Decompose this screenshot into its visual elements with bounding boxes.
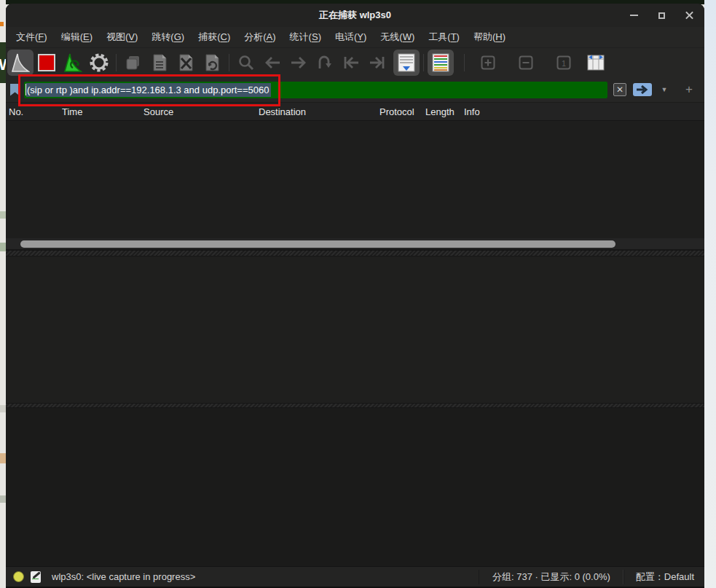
profile-value: Default (664, 571, 694, 582)
column-time[interactable]: Time (62, 106, 143, 117)
resize-columns-button[interactable] (583, 50, 609, 76)
menu-edit[interactable]: 编辑(E) (61, 31, 93, 44)
pane-splitter[interactable] (6, 250, 704, 256)
maximize-icon (658, 12, 665, 19)
horizontal-scrollbar (6, 238, 704, 250)
filter-value: (sip or rtp )and ip.addr==192.168.1.3 an… (26, 83, 271, 97)
search-icon (237, 54, 255, 71)
menu-go[interactable]: 跳转(G) (152, 31, 184, 44)
menu-help[interactable]: 帮助(H) (473, 31, 505, 44)
profile-selector[interactable]: 配置： Default (623, 570, 704, 584)
desktop-fragment (0, 453, 6, 463)
desktop-fragment (0, 22, 4, 26)
chevron-down-icon: ▼ (661, 86, 668, 93)
window-title: 正在捕获 wlp3s0 (6, 9, 704, 22)
desktop-fragment (0, 211, 6, 219)
maximize-button[interactable] (653, 7, 669, 23)
zoom-out-icon (519, 55, 533, 70)
packet-list-header: No. Time Source Destination Protocol Len… (6, 102, 704, 121)
profile-label: 配置： (636, 571, 664, 584)
zoom-in-button[interactable] (475, 50, 501, 76)
capture-comment-icon[interactable] (31, 571, 41, 583)
svg-text:1: 1 (562, 59, 566, 68)
main-toolbar: 1 (6, 48, 704, 77)
find-packet-button[interactable] (233, 50, 259, 76)
menu-view[interactable]: 视图(V) (106, 31, 138, 44)
packet-bytes-pane[interactable] (6, 408, 704, 566)
toolbar-separator (116, 54, 117, 71)
open-file-icon (125, 54, 142, 71)
zoom-in-icon (481, 55, 495, 70)
capture-options-button[interactable] (86, 50, 112, 76)
packet-list-pane[interactable] (6, 121, 704, 238)
display-filter-input[interactable]: (sip or rtp )and ip.addr==192.168.1.3 an… (24, 82, 607, 98)
wireshark-window: 正在捕获 wlp3s0 文件(F) 编辑(E) 视图(V) 跳转(G) 捕获(C… (6, 4, 704, 588)
restart-capture-button[interactable] (60, 50, 86, 76)
menu-file[interactable]: 文件(F) (16, 31, 47, 44)
screen: W 正在捕获 wlp3s0 文件(F) 编辑(E) 视图(V) 跳转(G) 捕获… (0, 0, 716, 588)
arrow-right-icon (290, 55, 307, 70)
plus-icon: + (685, 82, 693, 97)
go-to-packet-button[interactable] (312, 50, 338, 76)
filter-bookmark-icon[interactable] (10, 84, 20, 96)
menu-telephony[interactable]: 电话(Y) (335, 31, 366, 44)
stop-capture-button[interactable] (34, 50, 60, 76)
status-bar: wlp3s0: <live capture in progress> 分组: 7… (6, 566, 704, 587)
menu-statistics[interactable]: 统计(S) (290, 31, 321, 44)
close-file-button[interactable] (173, 50, 199, 76)
minimize-button[interactable] (626, 7, 642, 23)
column-destination[interactable]: Destination (259, 106, 379, 117)
desktop-fragment (0, 495, 6, 503)
start-capture-button[interactable] (7, 50, 34, 76)
menu-tools[interactable]: 工具(T) (428, 31, 460, 44)
menu-bar: 文件(F) 编辑(E) 视图(V) 跳转(G) 捕获(C) 分析(A) 统计(S… (6, 27, 704, 48)
add-filter-button[interactable]: + (682, 83, 696, 96)
expert-info-icon[interactable] (13, 571, 24, 582)
zoom-out-button[interactable] (513, 50, 539, 76)
column-length[interactable]: Length (425, 106, 464, 117)
zoom-original-button[interactable]: 1 (551, 50, 577, 76)
desktop-fragment: W (0, 55, 6, 74)
go-forward-button[interactable] (286, 50, 312, 76)
go-last-packet-button[interactable] (364, 50, 390, 76)
column-protocol[interactable]: Protocol (379, 106, 425, 117)
resize-columns-icon (586, 54, 605, 71)
go-first-packet-button[interactable] (338, 50, 364, 76)
menu-wireless[interactable]: 无线(W) (380, 31, 414, 44)
arrow-left-icon (264, 55, 281, 70)
u-turn-arrow-icon (317, 55, 333, 71)
colorize-toggle[interactable] (428, 50, 454, 76)
clear-filter-button[interactable]: ✕ (613, 83, 626, 96)
apply-filter-button[interactable] (633, 83, 652, 96)
status-left-section: wlp3s0: <live capture in progress> (6, 571, 479, 583)
auto-scroll-icon (397, 52, 416, 73)
zoom-100-icon: 1 (556, 55, 571, 70)
menu-analyze[interactable]: 分析(A) (244, 31, 275, 44)
desktop-background-right (704, 0, 716, 588)
column-source[interactable]: Source (143, 106, 259, 117)
filter-dropdown-button[interactable]: ▼ (659, 83, 669, 96)
toolbar-separator (464, 54, 465, 71)
open-file-button[interactable] (120, 50, 146, 76)
title-bar[interactable]: 正在捕获 wlp3s0 (6, 4, 704, 27)
close-icon (685, 11, 694, 20)
minimize-icon (630, 15, 638, 16)
auto-scroll-toggle[interactable] (393, 50, 420, 76)
pane-splitter[interactable] (6, 403, 704, 408)
reload-file-button[interactable] (199, 50, 225, 76)
menu-capture[interactable]: 捕获(C) (198, 31, 230, 44)
scrollbar-thumb[interactable] (20, 240, 615, 248)
go-back-button[interactable] (259, 50, 286, 76)
colorize-icon (431, 52, 450, 73)
packet-details-pane[interactable] (6, 256, 704, 403)
window-controls (626, 4, 697, 27)
save-file-button[interactable] (146, 50, 173, 76)
close-button[interactable] (681, 7, 697, 23)
column-no[interactable]: No. (9, 106, 62, 117)
column-info[interactable]: Info (464, 106, 704, 117)
desktop-fragment (0, 405, 6, 412)
filter-bar: (sip or rtp )and ip.addr==192.168.1.3 an… (6, 77, 704, 102)
clear-icon: ✕ (616, 85, 623, 95)
gear-icon (89, 52, 109, 73)
arrow-last-icon (369, 55, 386, 70)
